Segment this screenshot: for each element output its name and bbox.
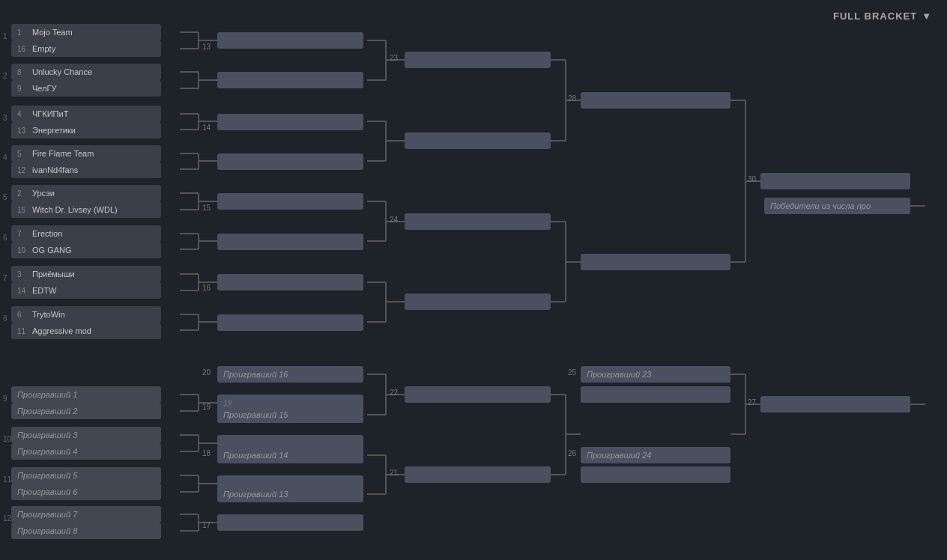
- seed-m1-t1: 1: [17, 28, 28, 37]
- result-slot-m6: [217, 234, 363, 250]
- team-slot-m1-t1[interactable]: 1 Mojo Team: [11, 24, 161, 40]
- loser-label-m14: Проигравший 14: [223, 451, 288, 460]
- team-slot-m6-t2[interactable]: 10 OG GANG: [11, 242, 161, 258]
- result-slot-m30: [760, 173, 910, 189]
- match-label-19: 19: [202, 403, 211, 411]
- seed-m6-t2: 10: [17, 246, 28, 255]
- team-name-m2-t2: ЧелГУ: [32, 84, 56, 93]
- row-num-11: 11: [3, 475, 11, 484]
- result-slot-m23: [405, 52, 551, 68]
- loser-slot-4: Проигравший 4: [11, 443, 161, 460]
- seed-m3-t2: 13: [17, 127, 28, 135]
- loser-label-m23: Проигравший 23: [587, 370, 651, 379]
- team-name-m2-t1: Unlucky Chance: [32, 67, 92, 76]
- result-slot-m25: [581, 386, 730, 403]
- team-slot-m8-t1[interactable]: 6 TrytoWin: [11, 306, 161, 323]
- winner-text: Победители из числа про: [770, 201, 871, 210]
- loser-slot-1: Проигравший 1: [11, 386, 161, 403]
- match-label-24: 24: [390, 216, 398, 224]
- loser-slot-7: Проигравший 7: [11, 506, 161, 523]
- loser-name-6: Проигравший 6: [17, 487, 77, 496]
- result-slot-m16area: [405, 293, 551, 310]
- chevron-down-icon: ▼: [922, 10, 932, 22]
- team-slot-m5-t2[interactable]: 15 Witch Dr. Livsey (WDL): [11, 201, 161, 218]
- loser-slot-6: Проигравший 6: [11, 484, 161, 500]
- team-name-m6-t1: Erection: [32, 229, 62, 238]
- match-label-13: 13: [202, 43, 211, 51]
- loser-label-m16: Проигравший 16: [223, 370, 288, 379]
- loser-name-2: Проигравший 2: [17, 407, 77, 416]
- loser-slot-m24: Проигравший 24: [581, 447, 730, 463]
- row-num-4: 4: [3, 153, 7, 162]
- result-slot-m4: [217, 153, 363, 170]
- team-slot-m4-t1[interactable]: 5 Fire Flame Team: [11, 145, 161, 162]
- match-label-18: 18: [202, 449, 211, 457]
- match-label-22: 22: [390, 389, 398, 397]
- row-num-10: 10: [3, 435, 11, 443]
- match-label-14: 14: [202, 124, 211, 132]
- team-name-m4-t2: ivanNd4fans: [32, 165, 78, 174]
- loser-name-5: Проигравший 5: [17, 471, 77, 480]
- team-name-m6-t2: OG GANG: [32, 246, 72, 255]
- match-label-30: 30: [748, 175, 756, 183]
- loser-name-4: Проигравший 4: [17, 447, 77, 456]
- loser-name-8: Проигравший 8: [17, 526, 77, 535]
- match-label-15: 15: [202, 204, 211, 212]
- row-num-8: 8: [3, 314, 7, 323]
- result-slot-m28: [581, 92, 730, 109]
- match-label-28: 28: [568, 94, 576, 103]
- match-label-25: 25: [568, 368, 576, 377]
- match-label-16: 16: [202, 284, 211, 292]
- result-slot-m21: [405, 466, 551, 483]
- result-slot-m26: [581, 466, 730, 483]
- match-label-27: 27: [748, 398, 756, 407]
- seed-m6-t1: 7: [17, 230, 28, 238]
- loser-name-1: Проигравший 1: [17, 390, 77, 399]
- result-slot-m14area: [405, 133, 551, 149]
- row-num-3: 3: [3, 114, 7, 122]
- team-name-m8-t1: TrytoWin: [32, 310, 65, 319]
- team-slot-m3-t2[interactable]: 13 Энергетики: [11, 122, 161, 139]
- loser-slot-2: Проигравший 2: [11, 403, 161, 419]
- seed-m8-t2: 11: [17, 327, 28, 335]
- loser-label-m13: Проигравший 13: [223, 490, 288, 499]
- loser-slot-m13: Проигравший 13: [217, 486, 363, 502]
- full-bracket-button[interactable]: FULL BRACKET ▼: [833, 10, 932, 22]
- team-slot-m2-t2[interactable]: 9 ЧелГУ: [11, 80, 161, 97]
- seed-m3-t1: 4: [17, 110, 28, 118]
- seed-m4-t2: 12: [17, 166, 28, 174]
- team-slot-m2-t1[interactable]: 8 Unlucky Chance: [11, 64, 161, 80]
- loser-label-m24: Проигравший 24: [587, 451, 651, 460]
- team-slot-m7-t2[interactable]: 14 EDTW: [11, 282, 161, 299]
- result-slot-m15area: [405, 213, 551, 230]
- result-slot-m27: [760, 396, 910, 413]
- team-slot-m4-t2[interactable]: 12 ivanNd4fans: [11, 162, 161, 178]
- team-name-m7-t1: Приёмыши: [32, 270, 75, 279]
- match-label-20: 20: [202, 368, 211, 377]
- seed-m7-t2: 14: [17, 287, 28, 295]
- team-slot-m7-t1[interactable]: 3 Приёмыши: [11, 266, 161, 282]
- team-name-m1-t1: Mojo Team: [32, 28, 73, 37]
- team-name-m5-t2: Witch Dr. Livsey (WDL): [32, 205, 118, 214]
- team-slot-m8-t2[interactable]: 11 Aggressive mod: [11, 323, 161, 339]
- result-slot-l12: [217, 514, 363, 531]
- row-num-1: 1: [3, 32, 7, 40]
- winner-slot: Победители из числа про: [764, 198, 910, 214]
- team-name-m7-t2: EDTW: [32, 286, 56, 295]
- result-slot-m8: [217, 314, 363, 331]
- row-num-5: 5: [3, 193, 7, 201]
- loser-slot-m15: Проигравший 15: [217, 407, 363, 423]
- team-slot-m6-t1[interactable]: 7 Erection: [11, 225, 161, 242]
- team-name-m8-t2: Aggressive mod: [32, 326, 91, 335]
- loser-slot-5: Проигравший 5: [11, 467, 161, 484]
- team-slot-m5-t1[interactable]: 2 Урсэи: [11, 185, 161, 201]
- seed-m2-t1: 8: [17, 68, 28, 76]
- team-slot-m1-t2[interactable]: 16 Empty: [11, 40, 161, 57]
- match-label-17: 17: [202, 521, 211, 529]
- result-slot-m13: [217, 32, 363, 49]
- loser-name-3: Проигравший 3: [17, 430, 77, 439]
- loser-label-m15: Проигравший 15: [223, 410, 288, 419]
- team-slot-m3-t1[interactable]: 4 ЧГКИПиТ: [11, 106, 161, 122]
- seed-m7-t1: 3: [17, 270, 28, 279]
- row-num-12: 12: [3, 514, 11, 523]
